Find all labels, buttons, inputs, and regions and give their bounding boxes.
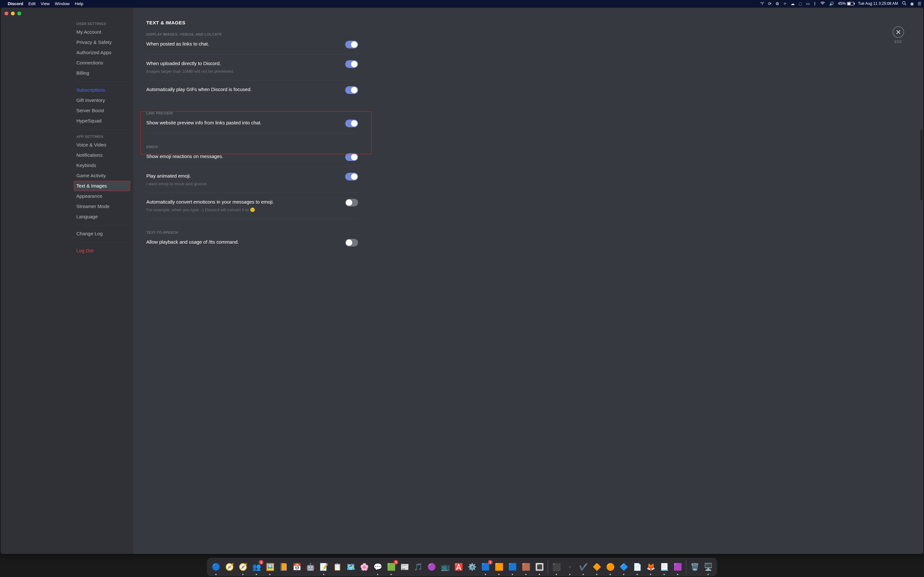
setting-emoji-reactions: Show emoji reactions on messages.	[146, 153, 358, 167]
divider	[146, 193, 358, 193]
toggle-link-preview[interactable]	[345, 119, 358, 127]
menu-window[interactable]: Window	[55, 1, 69, 6]
server-sidebar	[1, 8, 71, 288]
nav-authorized-apps[interactable]: Authorized Apps	[74, 47, 130, 58]
setting-uploaded-directly: When uploaded directly to Discord. Image…	[146, 60, 358, 80]
toggle-emoji-reactions[interactable]	[345, 153, 358, 161]
settings-content: TEXT & IMAGES DISPLAY IMAGES, VIDEOS, AN…	[134, 8, 462, 288]
discord-settings-window: USER SETTINGS My Account Privacy & Safet…	[1, 8, 462, 288]
toggle-animated-emoji[interactable]	[345, 173, 358, 181]
nav-billing[interactable]: Billing	[74, 68, 130, 78]
nav-separator	[76, 242, 128, 242]
nav-privacy-safety[interactable]: Privacy & Safety	[74, 37, 130, 47]
setting-label: Automatically play GIFs when Discord is …	[146, 86, 252, 93]
window-zoom-button[interactable]	[17, 11, 21, 15]
nav-text-images[interactable]: Text & Images	[74, 181, 130, 191]
setting-description: I want emoji to move and groove.	[146, 181, 208, 187]
setting-description: Images larger than 10MB will not be prev…	[146, 69, 234, 74]
setting-tts-playback: Allow playback and usage of /tts command…	[146, 239, 358, 247]
toggle-posted-as-links[interactable]	[345, 41, 358, 48]
nav-gift-inventory[interactable]: Gift Inventory	[74, 95, 130, 105]
section-header-link-preview: LINK PREVIEW	[146, 111, 358, 115]
nav-subscriptions[interactable]: Subscriptions	[74, 85, 130, 95]
setting-label: Show emoji reactions on messages.	[146, 153, 223, 160]
toggle-uploaded-directly[interactable]	[345, 60, 358, 68]
setting-label: When posted as links to chat.	[146, 41, 209, 47]
setting-animated-emoji: Play animated emoji. I want emoji to mov…	[146, 173, 358, 193]
macos-menubar: Discord Edit View Window Help ♈︎ ⟳ ⚙︎ ✧ …	[0, 0, 462, 7]
toggle-tts-playback[interactable]	[345, 239, 358, 247]
setting-link-preview: Show website preview info from links pas…	[146, 119, 358, 133]
nav-server-boost[interactable]: Server Boost	[74, 105, 130, 116]
menu-view[interactable]: View	[41, 1, 50, 6]
nav-change-log[interactable]: Change Log	[74, 229, 130, 239]
setting-autoplay-gifs: Automatically play GIFs when Discord is …	[146, 86, 358, 100]
nav-separator	[76, 81, 128, 82]
divider	[146, 54, 358, 55]
nav-header-app-settings: APP SETTINGS	[74, 133, 130, 140]
setting-label: Play animated emoji.	[146, 173, 208, 179]
nav-header-user-settings: USER SETTINGS	[74, 20, 130, 27]
nav-notifications[interactable]: Notifications	[74, 150, 130, 160]
section-header-tts: TEXT-TO-SPEECH	[146, 230, 358, 234]
nav-streamer-mode[interactable]: Streamer Mode	[74, 201, 130, 211]
nav-log-out[interactable]: Log Out	[74, 245, 130, 256]
toggle-autoplay-gifs[interactable]	[345, 86, 358, 94]
menu-edit[interactable]: Edit	[28, 1, 35, 6]
nav-game-activity[interactable]: Game Activity	[74, 171, 130, 181]
section-header-display-images: DISPLAY IMAGES, VIDEOS, AND LOLCATS	[146, 32, 358, 36]
setting-convert-emoticons: Automatically convert emoticons in your …	[146, 199, 358, 219]
nav-separator	[76, 225, 128, 226]
window-close-button[interactable]	[5, 11, 8, 15]
nav-hypesquad[interactable]: HypeSquad	[74, 116, 130, 126]
page-title: TEXT & IMAGES	[146, 20, 358, 25]
nav-language[interactable]: Language	[74, 211, 130, 222]
setting-label: When uploaded directly to Discord.	[146, 60, 234, 67]
nav-connections[interactable]: Connections	[74, 58, 130, 68]
toggle-convert-emoticons[interactable]	[345, 199, 358, 206]
section-header-emoji: EMOJI	[146, 145, 358, 149]
nav-keybinds[interactable]: Keybinds	[74, 160, 130, 171]
settings-nav: USER SETTINGS My Account Privacy & Safet…	[71, 8, 134, 288]
menu-help[interactable]: Help	[75, 1, 83, 6]
setting-posted-as-links: When posted as links to chat.	[146, 41, 358, 54]
setting-description: For example, when you type :-) Discord w…	[146, 207, 274, 213]
nav-appearance[interactable]: Appearance	[74, 191, 130, 201]
app-menu[interactable]: Discord	[8, 1, 23, 6]
divider	[146, 80, 358, 81]
window-controls	[5, 11, 21, 15]
nav-my-account[interactable]: My Account	[74, 27, 130, 37]
divider	[146, 219, 358, 219]
setting-label: Automatically convert emoticons in your …	[146, 199, 274, 205]
nav-voice-video[interactable]: Voice & Video	[74, 140, 130, 150]
divider	[146, 167, 358, 167]
setting-label: Allow playback and usage of /tts command…	[146, 239, 239, 245]
window-minimize-button[interactable]	[11, 11, 15, 15]
setting-label: Show website preview info from links pas…	[146, 119, 262, 126]
